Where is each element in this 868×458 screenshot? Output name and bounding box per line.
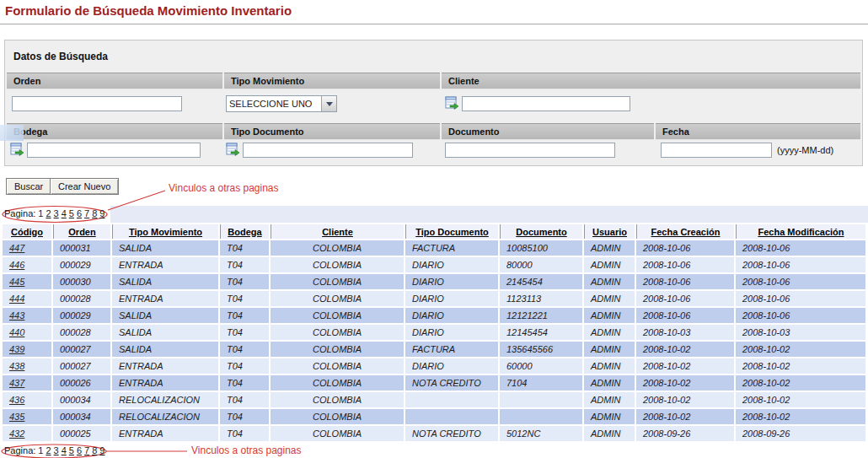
column-header-documento[interactable]: Documento <box>500 224 582 239</box>
documento-input[interactable] <box>445 143 615 158</box>
codigo-link[interactable]: 437 <box>9 378 24 388</box>
cell-bodega: T04 <box>220 257 269 272</box>
cell-cliente: COLOMBIA <box>271 375 404 391</box>
page-link-6[interactable]: 6 <box>77 445 82 455</box>
cell-documento: 1123113 <box>500 291 582 306</box>
cell-orden: 000034 <box>53 409 110 424</box>
codigo-link[interactable]: 432 <box>9 428 24 439</box>
column-header-tipo-movimiento[interactable]: Tipo Movimiento <box>112 224 218 239</box>
cell-fecha-creacion: 2008-10-06 <box>636 308 734 323</box>
column-header-cliente[interactable]: Cliente <box>271 224 404 239</box>
results-table: CódigoOrdenTipo MovimientoBodegaClienteT… <box>1 223 867 443</box>
page-link-5[interactable]: 5 <box>69 208 74 218</box>
cell-codigo[interactable]: 444 <box>3 291 51 306</box>
title-divider <box>0 24 868 24</box>
cell-codigo[interactable]: 440 <box>3 325 51 340</box>
page-link-4[interactable]: 4 <box>62 208 67 218</box>
table-row: 447000031SALIDAT04COLOMBIAFACTURA1008510… <box>3 240 865 256</box>
bodega-lookup-icon[interactable] <box>10 143 24 157</box>
cell-bodega: T04 <box>220 409 269 424</box>
cell-codigo[interactable]: 447 <box>3 240 51 256</box>
cell-bodega: T04 <box>220 358 269 374</box>
cell-bodega: T04 <box>220 375 269 391</box>
cell-usuario: ADMIN <box>584 325 635 340</box>
cell-codigo[interactable]: 437 <box>3 375 51 391</box>
column-header-bodega[interactable]: Bodega <box>220 224 269 239</box>
page-link-9[interactable]: 9 <box>99 445 104 455</box>
orden-label: Orden <box>7 73 222 89</box>
pagination-label: Pagina: <box>4 208 35 218</box>
cell-codigo[interactable]: 446 <box>3 257 51 272</box>
cell-fecha-creacion: 2008-10-02 <box>636 375 734 391</box>
codigo-link[interactable]: 436 <box>9 395 24 405</box>
cell-fecha-creacion: 2008-10-02 <box>636 358 734 374</box>
cell-orden: 000034 <box>53 392 110 407</box>
page-link-9[interactable]: 9 <box>99 208 104 218</box>
orden-input[interactable] <box>12 96 182 111</box>
table-row: 443000029SALIDAT04COLOMBIADIARIO12121221… <box>3 308 865 323</box>
page-link-7[interactable]: 7 <box>84 445 89 455</box>
tipo-documento-lookup-icon[interactable] <box>226 143 240 157</box>
page-link-4[interactable]: 4 <box>62 445 67 455</box>
cell-codigo[interactable]: 436 <box>3 392 51 407</box>
bodega-input[interactable] <box>27 143 201 158</box>
codigo-link[interactable]: 438 <box>9 361 24 371</box>
fecha-input[interactable] <box>661 143 772 158</box>
codigo-link[interactable]: 447 <box>9 243 24 253</box>
codigo-link[interactable]: 444 <box>9 294 24 304</box>
crear-nuevo-button[interactable]: Crear Nuevo <box>50 178 119 195</box>
tipo-movimiento-select[interactable]: SELECCIONE UNO <box>226 95 337 112</box>
page-link-8[interactable]: 8 <box>92 445 97 455</box>
column-header-codigo[interactable]: Código <box>3 224 51 239</box>
cell-orden: 000026 <box>53 375 110 391</box>
cell-codigo[interactable]: 432 <box>3 426 51 441</box>
page-link-3[interactable]: 3 <box>54 208 59 218</box>
cell-tipo-movimiento: SALIDA <box>112 308 218 323</box>
codigo-link[interactable]: 440 <box>9 327 24 337</box>
cell-orden: 000028 <box>53 325 110 340</box>
table-row: 440000028SALIDAT04COLOMBIADIARIO12145454… <box>3 325 865 340</box>
cliente-input[interactable] <box>462 96 630 111</box>
cell-codigo[interactable]: 445 <box>3 274 51 289</box>
buscar-button[interactable]: Buscar <box>6 178 51 195</box>
table-row: 446000029ENTRADAT04COLOMBIADIARIO80000AD… <box>3 257 865 272</box>
cell-cliente: COLOMBIA <box>271 358 404 374</box>
fecha-format-hint: (yyyy-MM-dd) <box>777 145 833 155</box>
column-header-tipo-documento[interactable]: Tipo Documento <box>405 224 498 239</box>
page-link-6[interactable]: 6 <box>77 208 82 218</box>
codigo-link[interactable]: 446 <box>9 260 24 270</box>
cell-codigo[interactable]: 438 <box>3 358 51 374</box>
page-current: 1 <box>38 208 43 218</box>
column-header-fecha-modificacion[interactable]: Fecha Modificación <box>736 224 865 239</box>
cell-documento: 7104 <box>500 375 582 391</box>
column-header-fecha-creacion[interactable]: Fecha Creación <box>636 224 734 239</box>
cell-orden: 000031 <box>53 240 110 256</box>
cell-codigo[interactable]: 443 <box>3 308 51 323</box>
chevron-down-icon[interactable] <box>321 96 336 111</box>
column-header-orden[interactable]: Orden <box>53 224 110 239</box>
codigo-link[interactable]: 445 <box>9 277 24 287</box>
cell-tipo-movimiento: ENTRADA <box>112 257 218 272</box>
column-header-usuario[interactable]: Usuario <box>584 224 635 239</box>
cell-documento: 60000 <box>500 358 582 374</box>
page-link-3[interactable]: 3 <box>54 445 59 455</box>
page-link-5[interactable]: 5 <box>69 445 74 455</box>
pagination-label: Pagina: <box>4 445 35 455</box>
cell-documento: 2145454 <box>500 274 582 289</box>
page-link-8[interactable]: 8 <box>92 208 97 218</box>
cell-bodega: T04 <box>220 291 269 306</box>
cell-fecha-modificacion: 2008-10-06 <box>736 291 865 306</box>
cliente-lookup-icon[interactable] <box>445 96 459 110</box>
cell-usuario: ADMIN <box>584 274 635 289</box>
cell-codigo[interactable]: 435 <box>3 409 51 424</box>
codigo-link[interactable]: 439 <box>9 344 24 354</box>
cell-bodega: T04 <box>220 274 269 289</box>
page-link-7[interactable]: 7 <box>84 208 89 218</box>
codigo-link[interactable]: 435 <box>9 412 24 422</box>
page-link-2[interactable]: 2 <box>46 208 51 218</box>
tipo-documento-input[interactable] <box>243 143 413 158</box>
page-link-2[interactable]: 2 <box>46 445 51 455</box>
cell-usuario: ADMIN <box>584 392 635 407</box>
codigo-link[interactable]: 443 <box>9 310 24 321</box>
cell-codigo[interactable]: 439 <box>3 342 51 357</box>
